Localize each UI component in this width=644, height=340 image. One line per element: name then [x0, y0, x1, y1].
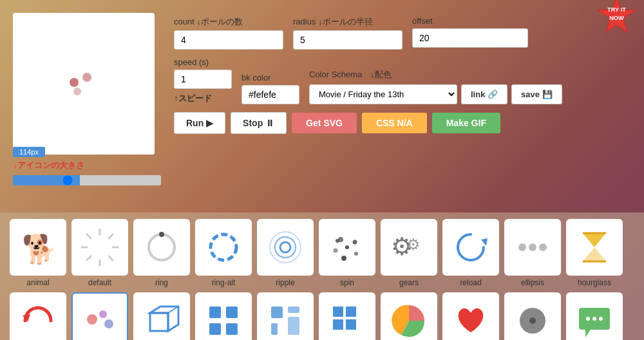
- size-slider[interactable]: [13, 175, 161, 185]
- svg-rect-53: [288, 317, 299, 335]
- icon-label-default: default: [88, 278, 111, 287]
- svg-rect-56: [333, 319, 343, 330]
- preview-panel: ↓アイコンの大きさ 114px: [13, 13, 161, 206]
- icon-grid: 🐕animaldefaultringring-altripplespin⚙⚙ge…: [0, 212, 644, 340]
- svg-point-15: [149, 234, 175, 260]
- icon-box-default: [71, 219, 128, 276]
- svg-rect-49: [226, 323, 238, 335]
- svg-line-14: [87, 256, 91, 260]
- offset-field-group: offset: [412, 16, 528, 48]
- icon-box-comment: [566, 292, 623, 340]
- icon-item-balls[interactable]: balls: [71, 292, 128, 340]
- stop-button[interactable]: Stop ⏸: [231, 112, 287, 134]
- svg-point-63: [592, 317, 596, 321]
- count-input[interactable]: [174, 30, 283, 50]
- svg-point-64: [599, 317, 603, 321]
- preview-animation: [58, 58, 109, 109]
- icon-box-hourglass: [566, 219, 623, 276]
- icon-item-cube[interactable]: cube: [319, 292, 375, 340]
- icon-label-ring: ring: [155, 278, 168, 287]
- svg-point-41: [104, 319, 113, 328]
- icon-item-heart[interactable]: heart: [442, 292, 499, 340]
- svg-rect-42: [150, 313, 168, 331]
- icon-item-pie[interactable]: pie: [381, 292, 437, 340]
- icon-item-facebook[interactable]: facebook: [257, 292, 314, 340]
- speed-field-group: speed (s) ↑スピード: [174, 57, 232, 104]
- svg-text:⚙: ⚙: [406, 236, 421, 253]
- icon-item-spin[interactable]: spin: [319, 219, 375, 287]
- icon-item-ring-alt[interactable]: ring-alt: [195, 219, 252, 287]
- icon-label-reload: reload: [460, 278, 481, 287]
- icon-item-squares[interactable]: squares: [195, 292, 252, 340]
- icon-item-reload[interactable]: reload: [442, 219, 499, 287]
- make-gif-button[interactable]: Make GIF: [432, 113, 500, 133]
- svg-rect-46: [209, 307, 221, 318]
- icon-item-hourglass[interactable]: hourglass: [566, 219, 623, 287]
- icon-box-reload: [442, 219, 499, 276]
- color-schema-select[interactable]: Movie / Friday the 13th Rainbow Pastel M…: [309, 84, 457, 104]
- css-button[interactable]: CSS N/A: [362, 113, 427, 133]
- action-buttons-row: Run ▶ Stop ⏸ Get SVG CSS N/A Make GIF: [174, 112, 631, 134]
- icon-label-hourglass: hourglass: [578, 278, 611, 287]
- icon-box-rolling: [10, 292, 66, 340]
- run-button[interactable]: Run ▶: [174, 112, 225, 134]
- icon-item-rolling[interactable]: rolling: [10, 292, 66, 340]
- svg-rect-47: [226, 307, 238, 318]
- svg-text:TRY IT: TRY IT: [607, 6, 626, 13]
- svg-rect-51: [288, 307, 299, 313]
- icon-box-box: [133, 292, 190, 340]
- svg-marker-30: [481, 238, 488, 246]
- svg-point-18: [280, 242, 290, 252]
- svg-point-39: [87, 314, 97, 325]
- bkcolor-input[interactable]: [242, 85, 299, 104]
- svg-line-11: [87, 234, 91, 238]
- radius-field-group: radius ↓ボールの半径: [293, 16, 402, 50]
- icon-item-animal[interactable]: 🐕animal: [10, 219, 66, 287]
- icon-item-box[interactable]: box: [133, 292, 190, 340]
- svg-point-23: [353, 240, 357, 245]
- svg-marker-35: [583, 247, 606, 261]
- count-field-group: count ↓ボールの数: [174, 16, 283, 50]
- icon-item-ball[interactable]: ball: [504, 292, 561, 340]
- svg-rect-48: [209, 323, 221, 335]
- svg-point-31: [518, 243, 526, 251]
- icon-label-ripple: ripple: [276, 278, 294, 287]
- svg-rect-57: [346, 319, 356, 330]
- svg-line-12: [109, 256, 113, 260]
- icon-box-heart: [442, 292, 499, 340]
- icon-item-ellipsis[interactable]: ellipsis: [504, 219, 561, 287]
- offset-label: offset: [412, 16, 528, 26]
- svg-point-62: [586, 317, 590, 321]
- icon-label-spin: spin: [340, 278, 354, 287]
- svg-point-5: [73, 88, 81, 95]
- offset-input[interactable]: [412, 28, 528, 48]
- get-svg-button[interactable]: Get SVG: [292, 113, 357, 133]
- speed-input[interactable]: [174, 70, 232, 89]
- svg-marker-61: [585, 330, 591, 337]
- svg-point-19: [275, 237, 296, 258]
- svg-text:NOW: NOW: [609, 15, 624, 21]
- radius-input[interactable]: [293, 30, 402, 50]
- schema-label: Color Schema ↓配色: [309, 69, 562, 80]
- svg-point-4: [82, 73, 91, 82]
- speed-label: speed (s): [174, 57, 232, 67]
- svg-point-3: [70, 78, 79, 87]
- size-label: ↓アイコンの大きさ: [13, 160, 161, 171]
- save-button[interactable]: save 💾: [511, 84, 562, 104]
- speed-up-label: ↑スピード: [174, 93, 232, 104]
- icon-item-comment[interactable]: comment: [566, 292, 623, 340]
- icon-item-ring[interactable]: ring: [133, 219, 190, 287]
- link-button[interactable]: link 🔗: [461, 84, 507, 104]
- icon-box-balls: [71, 292, 128, 340]
- icon-item-default[interactable]: default: [71, 219, 128, 287]
- svg-point-27: [336, 239, 339, 243]
- icon-item-gears[interactable]: ⚙⚙gears: [381, 219, 437, 287]
- icon-label-animal: animal: [26, 278, 49, 287]
- svg-rect-52: [271, 323, 278, 335]
- count-label: count ↓ボールの数: [174, 16, 283, 28]
- icon-item-ripple[interactable]: ripple: [257, 219, 314, 287]
- svg-rect-55: [346, 307, 356, 317]
- size-px-label: 114px: [13, 147, 45, 157]
- svg-point-25: [341, 256, 346, 261]
- svg-point-26: [334, 249, 338, 253]
